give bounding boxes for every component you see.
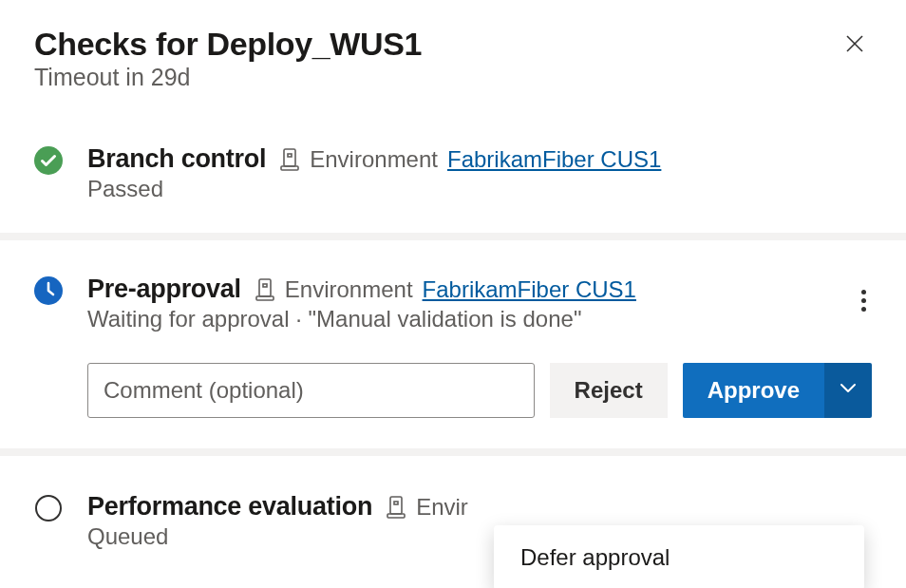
environment-label: Environment — [310, 146, 438, 173]
reject-button[interactable]: Reject — [550, 363, 668, 418]
approval-actions: Reject Approve — [87, 363, 872, 418]
environment-link[interactable]: FabrikamFiber CUS1 — [423, 276, 636, 303]
svg-rect-12 — [394, 502, 398, 504]
defer-approval-item[interactable]: Defer approval — [494, 525, 864, 588]
panel-title: Checks for Deploy_WUS1 — [34, 27, 422, 62]
environment-icon — [386, 495, 406, 520]
waiting-icon — [34, 276, 63, 305]
approve-dropdown-menu: Defer approval — [494, 525, 864, 588]
svg-rect-8 — [263, 284, 267, 287]
approve-split-button: Approve — [683, 363, 872, 418]
check-status: Waiting for approval · "Manual validatio… — [87, 306, 872, 332]
close-button[interactable] — [838, 27, 872, 64]
environment-label-partial: Envir — [416, 494, 468, 521]
svg-rect-3 — [284, 149, 295, 166]
timeout-subtitle: Timeout in 29d — [34, 64, 422, 91]
svg-point-10 — [36, 496, 61, 521]
comment-input[interactable] — [87, 363, 535, 418]
check-name: Performance evaluation — [87, 492, 372, 522]
more-actions-button[interactable] — [856, 284, 872, 317]
check-item-branch-control: Branch control Environment FabrikamFiber… — [0, 110, 906, 240]
svg-rect-9 — [256, 296, 274, 300]
approve-button[interactable]: Approve — [683, 363, 824, 418]
svg-rect-5 — [281, 166, 298, 170]
environment-icon — [255, 277, 275, 302]
svg-rect-13 — [387, 514, 405, 518]
environment-icon — [279, 147, 300, 172]
check-name: Pre-approval — [87, 275, 241, 304]
check-status: Passed — [87, 176, 872, 202]
chevron-down-icon — [838, 377, 859, 404]
approve-chevron-button[interactable] — [824, 363, 872, 418]
svg-rect-7 — [259, 279, 271, 296]
environment-label: Environment — [285, 276, 413, 303]
panel-header: Checks for Deploy_WUS1 Timeout in 29d — [0, 0, 906, 110]
svg-rect-4 — [288, 154, 292, 157]
queued-icon — [34, 494, 63, 522]
svg-rect-11 — [390, 497, 402, 514]
check-name: Branch control — [87, 144, 266, 174]
success-icon — [34, 146, 63, 175]
environment-link[interactable]: FabrikamFiber CUS1 — [447, 146, 661, 173]
checks-panel: Checks for Deploy_WUS1 Timeout in 29d Br… — [0, 0, 906, 580]
check-item-pre-approval: Pre-approval Environment FabrikamFiber C… — [0, 240, 906, 456]
more-icon — [861, 290, 866, 294]
close-icon — [843, 32, 866, 58]
